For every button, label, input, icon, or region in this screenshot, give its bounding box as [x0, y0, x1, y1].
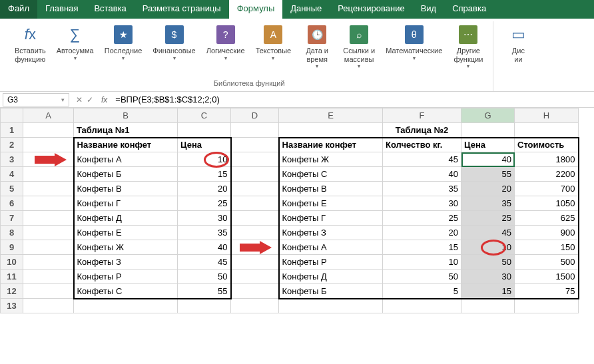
cell[interactable]: Название конфет [74, 138, 178, 152]
cell[interactable] [178, 299, 231, 313]
cell[interactable]: 20 [178, 182, 231, 196]
cell[interactable]: Конфеты Д [279, 270, 383, 284]
cell[interactable]: Конфеты С [279, 167, 383, 182]
cell[interactable] [231, 226, 279, 240]
cell[interactable] [23, 226, 74, 240]
cell[interactable]: 5 [383, 284, 461, 299]
cell[interactable] [461, 123, 515, 138]
tab-file[interactable]: Файл [0, 0, 37, 19]
recent-button[interactable]: ★ Последние ▾ [101, 21, 147, 64]
cell[interactable]: Стоимость [515, 138, 579, 152]
cell[interactable]: Конфеты Г [74, 196, 178, 211]
cell[interactable]: 500 [515, 255, 579, 270]
cell[interactable]: 35 [461, 196, 515, 211]
cell[interactable]: 45 [383, 152, 461, 167]
cell[interactable] [383, 299, 461, 313]
cell[interactable]: 25 [178, 196, 231, 211]
cell[interactable]: Таблица №1 [74, 123, 178, 138]
col-header-F[interactable]: F [383, 108, 461, 123]
accept-formula-button[interactable]: ✓ [87, 95, 93, 104]
cell[interactable] [231, 284, 279, 299]
cell[interactable]: Цена [461, 138, 515, 152]
cell[interactable] [23, 167, 74, 182]
row-header[interactable]: 9 [1, 240, 23, 255]
formula-input[interactable]: =ВПР(E3;$B$1:$C$12;2;0) [111, 94, 594, 104]
cell[interactable]: Конфеты Г [279, 211, 383, 226]
cell[interactable] [23, 211, 74, 226]
cell[interactable] [74, 299, 178, 313]
cell[interactable] [515, 123, 579, 138]
cell[interactable]: 50 [461, 255, 515, 270]
tab-page-layout[interactable]: Разметка страницы [135, 0, 229, 19]
cell[interactable]: 25 [461, 211, 515, 226]
fx-label-icon[interactable]: fx [97, 95, 111, 104]
tab-data[interactable]: Данные [282, 0, 330, 19]
cell[interactable] [23, 123, 74, 138]
cell[interactable]: 625 [515, 211, 579, 226]
cell[interactable]: 25 [383, 211, 461, 226]
cell[interactable] [231, 196, 279, 211]
cell[interactable]: 700 [515, 182, 579, 196]
cell[interactable]: 40 [178, 240, 231, 255]
cell[interactable]: 75 [515, 284, 579, 299]
cell[interactable]: Конфеты Е [279, 196, 383, 211]
other-fn-button[interactable]: ⋯ Другиефункции ▾ [449, 21, 487, 72]
cell[interactable]: 30 [461, 270, 515, 284]
cell[interactable] [279, 123, 383, 138]
cell[interactable]: Конфеты Д [74, 211, 178, 226]
cell[interactable]: 50 [178, 270, 231, 284]
row-header[interactable]: 6 [1, 196, 23, 211]
cell[interactable]: 900 [515, 226, 579, 240]
cell[interactable] [231, 123, 279, 138]
cell[interactable] [23, 270, 74, 284]
cell[interactable]: Таблица №2 [383, 123, 461, 138]
col-header-E[interactable]: E [279, 108, 383, 123]
tab-review[interactable]: Рецензирование [330, 0, 412, 19]
select-all-corner[interactable] [1, 108, 23, 123]
cell[interactable] [23, 284, 74, 299]
cell[interactable]: Конфеты Ж [74, 240, 178, 255]
cell[interactable]: 35 [383, 182, 461, 196]
cell[interactable]: 10 [383, 255, 461, 270]
row-header[interactable]: 3 [1, 152, 23, 167]
tab-insert[interactable]: Вставка [86, 0, 134, 19]
cell[interactable]: 150 [515, 240, 579, 255]
cell[interactable]: Конфеты Р [279, 255, 383, 270]
autosum-button[interactable]: ∑ Автосумма ▾ [53, 21, 98, 64]
cell[interactable] [515, 299, 579, 313]
cell[interactable]: 30 [178, 211, 231, 226]
cell[interactable] [231, 270, 279, 284]
logical-button[interactable]: ? Логические ▾ [202, 21, 249, 64]
math-button[interactable]: θ Математические ▾ [382, 21, 446, 64]
cell[interactable]: Конфеты А [74, 152, 178, 167]
cell[interactable]: 40 [383, 167, 461, 182]
col-header-G[interactable]: G [461, 108, 515, 123]
col-header-H[interactable]: H [515, 108, 579, 123]
cell[interactable]: 50 [383, 270, 461, 284]
cell[interactable]: 20 [383, 226, 461, 240]
col-header-D[interactable]: D [231, 108, 279, 123]
cell[interactable]: 10 [461, 240, 515, 255]
col-header-A[interactable]: A [23, 108, 74, 123]
tab-help[interactable]: Справка [444, 0, 494, 19]
cell[interactable]: Конфеты С [74, 284, 178, 299]
cell[interactable] [461, 299, 515, 313]
cell[interactable] [23, 138, 74, 152]
cell[interactable] [23, 255, 74, 270]
row-header[interactable]: 10 [1, 255, 23, 270]
cell[interactable] [279, 299, 383, 313]
cell[interactable]: 30 [383, 196, 461, 211]
tab-view[interactable]: Вид [413, 0, 445, 19]
cell[interactable]: 10 [178, 152, 231, 167]
cell[interactable] [231, 182, 279, 196]
cell[interactable] [231, 138, 279, 152]
cell[interactable]: 15 [178, 167, 231, 182]
cell[interactable] [231, 255, 279, 270]
cell[interactable]: Конфеты Б [74, 167, 178, 182]
cell[interactable]: Конфеты Ж [279, 152, 383, 167]
tab-home[interactable]: Главная [37, 0, 86, 19]
cell[interactable]: 15 [461, 284, 515, 299]
cell[interactable] [231, 211, 279, 226]
cell[interactable]: Конфеты Е [74, 226, 178, 240]
chevron-down-icon[interactable]: ▾ [61, 96, 65, 103]
